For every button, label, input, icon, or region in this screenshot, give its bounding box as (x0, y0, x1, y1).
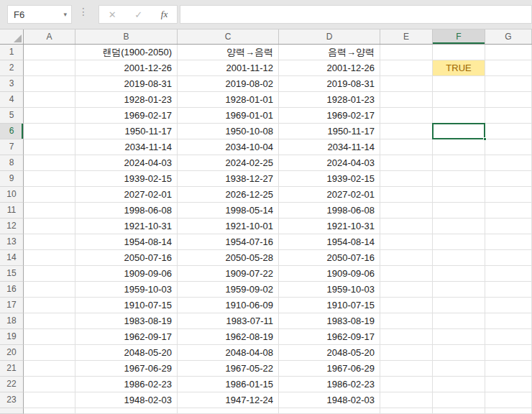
cell-E1[interactable] (380, 45, 433, 60)
cell-A8[interactable] (24, 155, 75, 171)
column-header-A[interactable]: A (24, 29, 75, 44)
cell-E22[interactable] (380, 377, 433, 392)
cell-B2[interactable]: 2001-12-26 (75, 60, 178, 76)
cell-D13[interactable]: 1954-08-14 (279, 234, 380, 250)
cell-A15[interactable] (24, 266, 75, 282)
name-box-dropdown-icon[interactable]: ▾ (63, 11, 71, 18)
cell-G11[interactable] (485, 203, 532, 218)
column-header-E[interactable]: E (380, 29, 433, 44)
cell-F17[interactable] (433, 298, 485, 313)
cell-G6[interactable] (485, 124, 532, 139)
cell-B18[interactable]: 1983-08-19 (75, 313, 178, 329)
cell-F3[interactable] (433, 76, 485, 92)
cell-C5[interactable]: 1969-01-01 (178, 108, 279, 124)
cell-D6[interactable]: 1950-11-17 (279, 124, 380, 139)
cell-F22[interactable] (433, 377, 485, 392)
row-header-2[interactable]: 2 (0, 60, 24, 76)
cell-A6[interactable] (24, 124, 75, 139)
cell-G23[interactable] (485, 392, 532, 408)
cell-E21[interactable] (380, 361, 433, 377)
cancel-icon[interactable]: ✕ (109, 9, 116, 20)
cell-C12[interactable]: 1921-10-01 (178, 218, 279, 234)
cell-A21[interactable] (24, 361, 75, 377)
cell-G15[interactable] (485, 266, 532, 282)
cell-B19[interactable]: 1962-09-17 (75, 329, 178, 345)
cell-A22[interactable] (24, 377, 75, 392)
row-header-20[interactable]: 20 (0, 345, 24, 361)
cell-E2[interactable] (380, 60, 433, 76)
cell-B3[interactable]: 2019-08-31 (75, 76, 178, 92)
cell-G13[interactable] (485, 234, 532, 250)
cell-F19[interactable] (433, 329, 485, 345)
cell-E7[interactable] (380, 139, 433, 155)
cell-F11[interactable] (433, 203, 485, 218)
cell-E11[interactable] (380, 203, 433, 218)
cell-D3[interactable]: 2019-08-31 (279, 76, 380, 92)
formula-input[interactable] (180, 5, 532, 24)
cell-C23[interactable]: 1947-12-24 (178, 392, 279, 408)
cell-G3[interactable] (485, 76, 532, 92)
cell-C24[interactable] (178, 408, 279, 414)
cell-B20[interactable]: 2048-05-20 (75, 345, 178, 361)
cell-E18[interactable] (380, 313, 433, 329)
cell-B1[interactable]: 랜덤(1900-2050) (75, 45, 178, 60)
cell-F14[interactable] (433, 250, 485, 266)
row-header-11[interactable]: 11 (0, 203, 24, 218)
cell-D11[interactable]: 1998-06-08 (279, 203, 380, 218)
cell-G17[interactable] (485, 298, 532, 313)
row-header-15[interactable]: 15 (0, 266, 24, 282)
cell-D24[interactable] (279, 408, 380, 414)
cell-C1[interactable]: 양력→음력 (178, 45, 279, 60)
row-header-16[interactable]: 16 (0, 282, 24, 298)
cell-C3[interactable]: 2019-08-02 (178, 76, 279, 92)
row-header-19[interactable]: 19 (0, 329, 24, 345)
cell-G8[interactable] (485, 155, 532, 171)
cell-C10[interactable]: 2026-12-25 (178, 187, 279, 203)
cell-D21[interactable]: 1967-06-29 (279, 361, 380, 377)
cell-E4[interactable] (380, 92, 433, 108)
cell-E15[interactable] (380, 266, 433, 282)
cell-F24[interactable] (433, 408, 485, 414)
cell-E3[interactable] (380, 76, 433, 92)
cell-D14[interactable]: 2050-07-16 (279, 250, 380, 266)
cell-F10[interactable] (433, 187, 485, 203)
column-header-D[interactable]: D (279, 29, 380, 44)
cell-A14[interactable] (24, 250, 75, 266)
cell-F1[interactable] (433, 45, 485, 60)
cell-B6[interactable]: 1950-11-17 (75, 124, 178, 139)
cell-D5[interactable]: 1969-02-17 (279, 108, 380, 124)
cell-A11[interactable] (24, 203, 75, 218)
cell-E20[interactable] (380, 345, 433, 361)
row-header-9[interactable]: 9 (0, 171, 24, 187)
cell-D23[interactable]: 1948-02-03 (279, 392, 380, 408)
cell-D9[interactable]: 1939-02-15 (279, 171, 380, 187)
cell-C8[interactable]: 2024-02-25 (178, 155, 279, 171)
column-header-F[interactable]: F (433, 29, 485, 44)
cell-B7[interactable]: 2034-11-14 (75, 139, 178, 155)
cell-A2[interactable] (24, 60, 75, 76)
cell-C19[interactable]: 1962-08-19 (178, 329, 279, 345)
cell-G10[interactable] (485, 187, 532, 203)
row-header-5[interactable]: 5 (0, 108, 24, 124)
cell-A16[interactable] (24, 282, 75, 298)
cell-F4[interactable] (433, 92, 485, 108)
cell-G9[interactable] (485, 171, 532, 187)
cell-E6[interactable] (380, 124, 433, 139)
cell-F6[interactable] (433, 124, 485, 139)
cell-E16[interactable] (380, 282, 433, 298)
cell-B17[interactable]: 1910-07-15 (75, 298, 178, 313)
cell-G7[interactable] (485, 139, 532, 155)
row-header-10[interactable]: 10 (0, 187, 24, 203)
cell-D22[interactable]: 1986-02-23 (279, 377, 380, 392)
cell-D16[interactable]: 1959-10-03 (279, 282, 380, 298)
row-header-6[interactable]: 6 (0, 124, 24, 139)
row-header-17[interactable]: 17 (0, 298, 24, 313)
cell-G21[interactable] (485, 361, 532, 377)
cell-A23[interactable] (24, 392, 75, 408)
cell-C17[interactable]: 1910-06-09 (178, 298, 279, 313)
cell-G16[interactable] (485, 282, 532, 298)
cell-G1[interactable] (485, 45, 532, 60)
cell-F16[interactable] (433, 282, 485, 298)
row-header-14[interactable]: 14 (0, 250, 24, 266)
cell-B11[interactable]: 1998-06-08 (75, 203, 178, 218)
